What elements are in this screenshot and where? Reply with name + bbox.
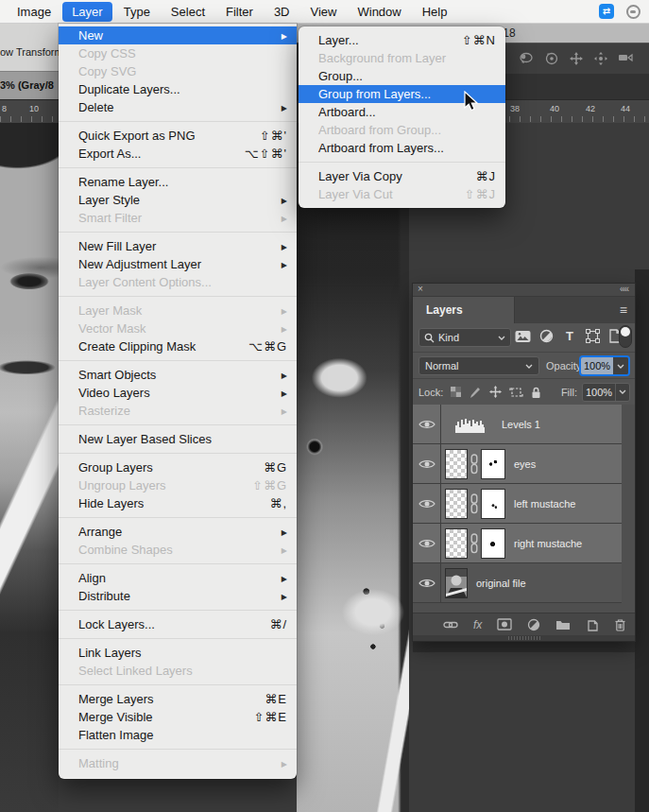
layer-menu-item[interactable]: Duplicate Layers...: [59, 80, 297, 98]
fill-value[interactable]: 100%: [583, 384, 615, 401]
layer-menu-item[interactable]: Create Clipping Mask ⌥⌘G: [59, 337, 297, 355]
layer-menu-item[interactable]: New Adjustment Layer ▶: [59, 255, 297, 273]
layer-thumbnail[interactable]: [445, 528, 468, 559]
camera-3d-icon[interactable]: [618, 51, 635, 66]
link-layers-icon[interactable]: [443, 620, 458, 630]
layer-menu-item[interactable]: Export As... ⌥⇧⌘': [59, 145, 297, 163]
layer-mask-thumbnail[interactable]: [481, 528, 505, 559]
layer-menu-item[interactable]: New ▶: [59, 26, 297, 44]
filter-adjustment-icon[interactable]: [539, 329, 554, 343]
layer-menu-item[interactable]: Link Layers: [59, 644, 297, 662]
layer-menu-item[interactable]: Group Layers ⌘G: [59, 458, 297, 476]
layer-menu-item[interactable]: Layer Style ▶: [59, 191, 297, 209]
lock-paint-icon[interactable]: [469, 386, 482, 399]
layer-row[interactable]: eyes: [413, 444, 622, 484]
submenu-arrow-icon: ▶: [282, 260, 287, 269]
layer-menu-item[interactable]: New Layer Based Slices: [59, 430, 297, 448]
menu-item-shortcut: ⇧⌘G: [252, 478, 287, 492]
layer-name[interactable]: Levels 1: [502, 419, 540, 430]
new-adjustment-layer-icon[interactable]: [527, 618, 540, 631]
lock-transparency-icon[interactable]: [450, 386, 462, 398]
levels-adjustment-thumbnail[interactable]: [454, 416, 485, 433]
visibility-eye-icon[interactable]: [413, 484, 441, 523]
document-tab[interactable]: 3% (Gray/8: [0, 71, 59, 99]
filter-type-icon[interactable]: T: [562, 329, 577, 343]
menubar-item[interactable]: Select: [162, 2, 214, 22]
filter-shape-icon[interactable]: [586, 329, 600, 343]
layer-thumbnail[interactable]: [445, 489, 468, 519]
layer-row[interactable]: Levels 1: [413, 405, 622, 444]
new-layer-icon[interactable]: [586, 618, 599, 631]
layer-style-fx-icon[interactable]: fx: [473, 618, 482, 631]
layer-menu-item[interactable]: Hide Layers ⌘,: [59, 494, 297, 512]
opacity-field[interactable]: 100%: [579, 355, 630, 376]
menubar-item[interactable]: Type: [114, 2, 160, 22]
chevron-down-icon[interactable]: [613, 357, 628, 374]
layer-row[interactable]: right mustache: [413, 524, 622, 563]
layer-name[interactable]: original file: [476, 578, 526, 589]
add-mask-icon[interactable]: [497, 618, 512, 631]
layer-menu-item[interactable]: Rename Layer...: [59, 173, 297, 191]
menubar-item[interactable]: 3D: [265, 2, 299, 22]
layer-menu-item[interactable]: Flatten Image: [59, 726, 297, 744]
delete-layer-trash-icon[interactable]: [614, 618, 626, 631]
visibility-eye-icon[interactable]: [413, 524, 441, 562]
creative-cloud-icon[interactable]: [626, 5, 640, 19]
collapse-panel-icon[interactable]: ««: [620, 284, 628, 294]
layer-row[interactable]: left mustache: [413, 484, 622, 524]
layer-menu-item[interactable]: Merge Visible ⇧⌘E: [59, 708, 297, 726]
menubar-item[interactable]: Filter: [216, 2, 263, 22]
layer-menu-item[interactable]: Arrange ▶: [59, 523, 297, 541]
filter-toggle-switch[interactable]: [619, 325, 632, 348]
fill-field[interactable]: 100%: [582, 383, 630, 402]
layer-name[interactable]: eyes: [514, 458, 536, 470]
orbit-3d-icon[interactable]: [518, 51, 535, 66]
layer-menu-item[interactable]: Quick Export as PNG ⇧⌘': [59, 127, 297, 145]
layer-menu-item[interactable]: Distribute ▶: [59, 587, 297, 605]
layer-mask-thumbnail[interactable]: [481, 449, 505, 479]
menubar-item[interactable]: Window: [348, 2, 410, 22]
submenu-item[interactable]: Artboard from Layers...: [299, 139, 505, 157]
lock-artboard-icon[interactable]: [509, 386, 523, 399]
submenu-item[interactable]: Group...: [299, 67, 505, 85]
layer-name[interactable]: right mustache: [514, 538, 582, 549]
layer-menu-item[interactable]: Align ▶: [59, 569, 297, 587]
layer-menu-item[interactable]: Smart Objects ▶: [59, 366, 297, 384]
visibility-eye-icon[interactable]: [413, 444, 441, 483]
layer-thumbnail-photo[interactable]: [445, 568, 468, 598]
menubar-item[interactable]: Layer: [62, 2, 112, 22]
layer-thumbnail[interactable]: [445, 449, 468, 479]
menubar-item[interactable]: Help: [413, 2, 457, 22]
panel-resize-grip[interactable]: [413, 635, 635, 641]
lock-position-icon[interactable]: [488, 385, 503, 399]
teamviewer-icon[interactable]: ⇄: [599, 4, 614, 19]
slide-3d-icon[interactable]: [593, 51, 608, 66]
layer-menu-item[interactable]: Merge Layers ⌘E: [59, 690, 297, 708]
submenu-item[interactable]: Layer... ⇧⌘N: [299, 31, 505, 49]
visibility-eye-icon[interactable]: [413, 405, 441, 443]
layer-menu-item[interactable]: Lock Layers... ⌘/: [59, 615, 297, 633]
layer-menu-item[interactable]: New Fill Layer ▶: [59, 237, 297, 255]
panel-menu-icon[interactable]: ≡: [620, 302, 627, 318]
layer-mask-thumbnail[interactable]: [481, 489, 505, 519]
close-icon[interactable]: ×: [418, 284, 423, 294]
menubar-item[interactable]: Image: [8, 2, 60, 22]
menubar-item[interactable]: View: [301, 2, 347, 22]
filter-kind-dropdown[interactable]: Kind: [418, 328, 511, 347]
tab-layers[interactable]: Layers: [413, 297, 515, 323]
layer-row[interactable]: original file: [413, 563, 622, 603]
visibility-eye-icon[interactable]: [413, 563, 441, 602]
lock-all-icon[interactable]: [530, 386, 542, 399]
submenu-item[interactable]: Layer Via Copy ⌘J: [299, 167, 505, 185]
pan-3d-icon[interactable]: [569, 51, 584, 66]
opacity-value[interactable]: 100%: [581, 357, 613, 374]
filter-pixel-icon[interactable]: [515, 330, 531, 343]
layer-name[interactable]: left mustache: [514, 498, 575, 510]
layer-menu-item[interactable]: Video Layers ▶: [59, 384, 297, 402]
layer-menu-item[interactable]: Delete ▶: [59, 98, 297, 116]
roll-3d-icon[interactable]: [544, 51, 559, 66]
new-group-folder-icon[interactable]: [555, 619, 571, 631]
chevron-down-icon[interactable]: [615, 384, 629, 401]
menu-item-label: Group from Layers...: [318, 87, 431, 101]
blend-mode-dropdown[interactable]: Normal: [418, 356, 539, 375]
